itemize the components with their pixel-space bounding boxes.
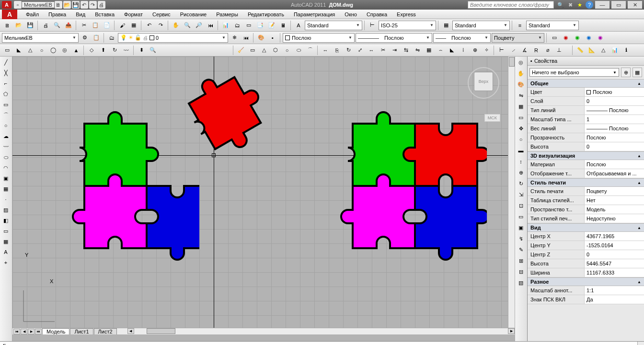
color-combo[interactable]: Послою▼ [283,33,355,43]
hex-button[interactable]: ⬡ [270,45,281,56]
mlstyle-combo[interactable]: Standard▼ [526,21,579,30]
section-3dviz[interactable]: 3D визуализация▲ [528,151,644,160]
textstyle-icon[interactable]: A [293,20,304,31]
array-button[interactable]: ▦ [424,45,434,56]
inquire4-button[interactable]: 📊 [610,45,620,56]
tab-first[interactable]: ⏮ [13,329,20,334]
mirror2-button[interactable]: ⇋ [516,91,526,100]
markup-button[interactable]: 📝 [266,20,277,31]
quickselect-button[interactable]: ⊕ [621,68,631,77]
close-icon[interactable]: ✕ [628,1,642,9]
other10-button[interactable]: ⊞ [516,256,526,265]
ellipse-button[interactable]: ⬭ [1,152,11,162]
app-logo-icon[interactable]: A [2,1,12,9]
print-button[interactable]: 🖨 [40,20,51,31]
maximize-icon[interactable]: ▭ [611,1,626,9]
mkblock-button[interactable]: ▦ [1,184,11,194]
user-combo[interactable]: МельникЕВ▼ [2,33,79,43]
layer-cur-button[interactable]: ▪ [267,33,278,43]
preview-button[interactable]: 🔍 [52,20,62,31]
menu-edit[interactable]: Правка [44,11,71,18]
tab-last[interactable]: ⏭ [35,329,42,334]
inquire5-button[interactable]: ℹ [621,45,632,56]
inquire2-button[interactable]: 📐 [586,45,597,56]
zoom-button[interactable]: 🔍 [182,20,193,31]
grid-icon[interactable]: ▦ [516,102,526,111]
open-button[interactable]: 📂 [13,20,24,31]
table-button[interactable]: ▦ [1,237,11,246]
mirror-button[interactable]: ⇋ [412,45,423,56]
angular-dim-button[interactable]: ∡ [519,45,530,56]
pan-button[interactable]: ✋ [171,20,181,31]
qat-print-icon[interactable]: 🖨 [98,1,105,9]
point-button[interactable]: · [1,195,11,204]
region-button[interactable]: ▭ [1,226,11,236]
pyramid-button[interactable]: ▲ [71,45,81,56]
wedge-button[interactable]: ◣ [13,45,24,56]
earc-button[interactable]: ◠ [1,163,11,172]
layer-combo[interactable]: 💡☀🔓🖨 0 ▼ [118,33,228,43]
qat-open-icon[interactable]: 📂 [63,1,71,9]
block-button[interactable]: ▦ [128,20,139,31]
aligned-dim-button[interactable]: ⟋ [508,45,518,56]
ell-button[interactable]: ⬭ [293,45,304,56]
section-view[interactable]: Вид▲ [528,223,644,232]
ssm-button[interactable]: 📑 [255,20,265,31]
redo-button[interactable]: ↷ [155,20,166,31]
linear-dim-button[interactable]: ⊢ [496,45,507,56]
zoomwin-button[interactable]: 🔎 [194,20,204,31]
publish-button[interactable]: 📤 [63,20,74,31]
menu-format[interactable]: Формат [119,11,148,18]
ref4-button[interactable]: ◉ [595,33,606,43]
tp-button[interactable]: ▭ [243,20,254,31]
layer-states-button[interactable]: 📋 [91,33,102,43]
inquire1-button[interactable]: 📏 [575,45,586,56]
tablestyle-icon[interactable]: ▦ [441,20,451,31]
selection-combo[interactable]: Ничего не выбрано▼ [529,68,619,77]
wheel-button[interactable]: ◎ [516,58,526,67]
save-button[interactable]: 💾 [25,20,35,31]
arc-button[interactable]: ⌒ [305,45,315,56]
fillet-button[interactable]: ⌢ [435,45,446,56]
menu-dimension[interactable]: Размеры [211,11,243,18]
undo-button[interactable]: ↶ [144,20,154,31]
revolve-button[interactable]: ↻ [109,45,120,56]
layer2-button[interactable]: ▬ [516,146,526,155]
other2-button[interactable]: ○ [516,135,526,144]
cylinder-button[interactable]: ◯ [48,45,58,56]
extrude-button[interactable]: ⬆ [98,45,108,56]
menu-draw[interactable]: Рисование [175,11,211,18]
menu-insert[interactable]: Вставка [90,11,119,18]
favorite-icon[interactable]: ★ [576,1,584,9]
textstyle-combo[interactable]: Standard▼ [305,21,362,30]
vertical-scrollbar[interactable] [508,57,515,328]
menu-modify[interactable]: Редактировать [243,11,289,18]
linetype-combo[interactable]: ———— Послою▼ [356,33,432,43]
other4-button[interactable]: ⇲ [516,190,526,199]
ucs-label[interactable]: МСК [484,114,500,122]
scale-button[interactable]: ⤢ [355,45,365,56]
copy-button[interactable]: 📋 [90,20,101,31]
color-icon[interactable]: 🎨 [516,80,526,89]
addsel-button[interactable]: + [1,258,11,267]
qat-undo-icon[interactable]: ↶ [80,1,88,9]
pickobjects-button[interactable]: ▦ [632,68,642,77]
other11-button[interactable]: ⊟ [516,267,526,276]
menu-help[interactable]: Справка [362,11,392,18]
qat-redo-icon[interactable]: ↷ [89,1,97,9]
hatch-button[interactable]: ▨ [1,205,11,215]
chamfer-button[interactable]: ◣ [447,45,457,56]
other9-button[interactable]: ✎ [516,245,526,254]
section-general[interactable]: Общие▲ [528,79,644,88]
props-button[interactable]: 📊 [220,20,231,31]
other12-button[interactable]: ▧ [516,278,526,288]
lineweight-combo[interactable]: —— Послою▼ [433,33,491,43]
menu-file[interactable]: Файл [21,11,44,18]
sphere-button[interactable]: ○ [36,45,47,56]
dimstyle-combo[interactable]: ISO-25▼ [379,21,436,30]
tab-layout1[interactable]: Лист1 [70,328,93,334]
tab-layout2[interactable]: Лист2 [94,328,117,334]
app-menu-icon[interactable]: A [2,10,17,19]
layer-iso-button[interactable]: ❄ [229,33,240,43]
layer-prev-button[interactable]: ⏮ [241,33,251,43]
